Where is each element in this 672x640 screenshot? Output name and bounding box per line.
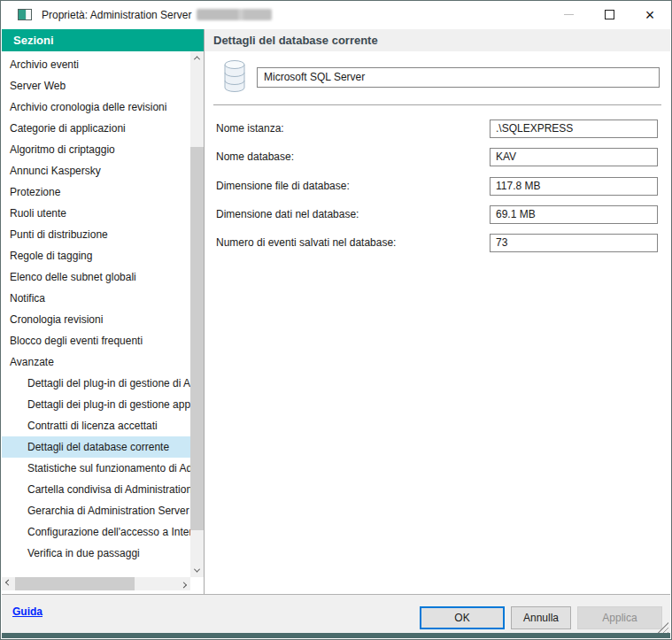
minimize-icon (564, 14, 574, 15)
content-panel: Microsoft SQL Server Nome istanza:.\SQLE… (205, 51, 672, 594)
maximize-button[interactable] (589, 1, 630, 28)
sidebar-item[interactable]: Avanzate (2, 351, 190, 373)
annulla-button[interactable]: Annulla (511, 606, 571, 629)
properties-dialog: Proprietà: Administration Server × Sezio… (0, 0, 672, 640)
chevron-up-icon (194, 56, 200, 62)
sidebar-item[interactable]: Cartella condivisa di Administration Ser… (2, 479, 190, 500)
field-label: Nome istanza: (216, 120, 284, 138)
sidebar-item[interactable]: Annunci Kaspersky (2, 160, 190, 181)
scroll-down-button[interactable] (190, 564, 204, 577)
window-frame-band (2, 633, 670, 638)
maximize-icon (605, 10, 614, 19)
field-value-box[interactable]: KAV (490, 148, 658, 166)
ok-button[interactable]: OK (420, 606, 505, 629)
footer: Guida OKAnnullaApplica (2, 594, 670, 635)
field-label: Dimensione file di database: (216, 177, 350, 196)
scroll-left-button[interactable] (2, 577, 15, 590)
sidebar-item[interactable]: Protezione (2, 181, 190, 203)
sidebar-item[interactable]: Dettagli del plug-in di gestione di Admi… (2, 373, 190, 394)
scroll-up-button[interactable] (190, 51, 204, 65)
chevron-right-icon (181, 582, 187, 588)
sidebar-item[interactable]: Elenco delle subnet globali (2, 266, 190, 288)
close-button[interactable]: × (630, 1, 670, 28)
vertical-scrollbar[interactable] (190, 51, 204, 577)
dialog-buttons: OKAnnullaApplica (420, 606, 662, 629)
sidebar-item[interactable]: Dettagli dei plug-in di gestione applica… (2, 394, 190, 415)
sidebar-item[interactable]: Categorie di applicazioni (2, 118, 190, 139)
sidebar-item[interactable]: Server Web (2, 75, 190, 96)
sidebar: Archivio eventiServer WebArchivio cronol… (2, 51, 204, 594)
separator (213, 104, 661, 105)
field-row: Dimensione dati nel database:69.1 MB (205, 205, 672, 224)
field-value-box[interactable]: 117.8 MB (490, 177, 658, 196)
sidebar-item[interactable]: Statistiche sul funzionamento di Adminis (2, 458, 190, 479)
field-value-box[interactable]: 73 (490, 234, 658, 252)
sidebar-item[interactable]: Cronologia revisioni (2, 309, 190, 330)
window-title: Proprietà: Administration Server (42, 9, 191, 21)
chevron-down-icon (194, 567, 200, 573)
help-link[interactable]: Guida (12, 605, 42, 618)
field-row: Numero di eventi salvati nel database:73 (205, 234, 672, 252)
database-icon (222, 60, 247, 92)
horizontal-scrollbar[interactable] (2, 577, 190, 590)
window-controls: × (548, 1, 670, 28)
sidebar-item[interactable]: Configurazione dell'accesso a Internet (2, 521, 190, 543)
field-label: Numero di eventi salvati nel database: (216, 234, 396, 252)
sidebar-item[interactable]: Notifica (2, 288, 190, 309)
vertical-scrollbar-thumb[interactable] (190, 147, 204, 530)
close-icon: × (645, 7, 655, 23)
title-bar: Proprietà: Administration Server × (2, 1, 670, 28)
database-type-field[interactable]: Microsoft SQL Server (257, 67, 660, 88)
chevron-left-icon (5, 580, 12, 586)
sidebar-item-selected[interactable]: Dettagli del database corrente (2, 436, 190, 458)
page-title: Dettagli del database corrente (205, 29, 670, 51)
sections-list: Archivio eventiServer WebArchivio cronol… (2, 51, 190, 577)
sidebar-item[interactable]: Blocco degli eventi frequenti (2, 330, 190, 351)
field-label: Nome database: (216, 148, 294, 166)
sidebar-item[interactable]: Verifica in due passaggi (2, 543, 190, 564)
sidebar-item[interactable]: Archivio eventi (2, 54, 190, 75)
app-icon (18, 9, 32, 20)
field-value-box[interactable]: 69.1 MB (490, 205, 658, 224)
applica-button: Applica (577, 606, 662, 629)
minimize-button[interactable] (548, 1, 589, 28)
sidebar-item[interactable]: Punti di distribuzione (2, 224, 190, 245)
sidebar-item[interactable]: Archivio cronologia delle revisioni (2, 96, 190, 118)
horizontal-scrollbar-thumb[interactable] (15, 577, 135, 590)
redacted-server-name (197, 9, 272, 20)
resize-grip-icon[interactable] (658, 622, 668, 633)
field-row: Dimensione file di database:117.8 MB (205, 177, 672, 196)
field-row: Nome database:KAV (205, 148, 672, 166)
sidebar-item[interactable]: Ruoli utente (2, 203, 190, 224)
sections-header: Sezioni (2, 29, 204, 51)
field-label: Dimensione dati nel database: (216, 205, 359, 224)
field-row: Nome istanza:.\SQLEXPRESS (205, 120, 672, 138)
sidebar-item[interactable]: Regole di tagging (2, 245, 190, 266)
scroll-right-button[interactable] (177, 577, 190, 590)
sidebar-item[interactable]: Contratti di licenza accettati (2, 415, 190, 436)
sidebar-item[interactable]: Gerarchia di Administration Server (2, 500, 190, 521)
sidebar-item[interactable]: Algoritmo di criptaggio (2, 139, 190, 160)
field-value-box[interactable]: .\SQLEXPRESS (490, 120, 658, 138)
